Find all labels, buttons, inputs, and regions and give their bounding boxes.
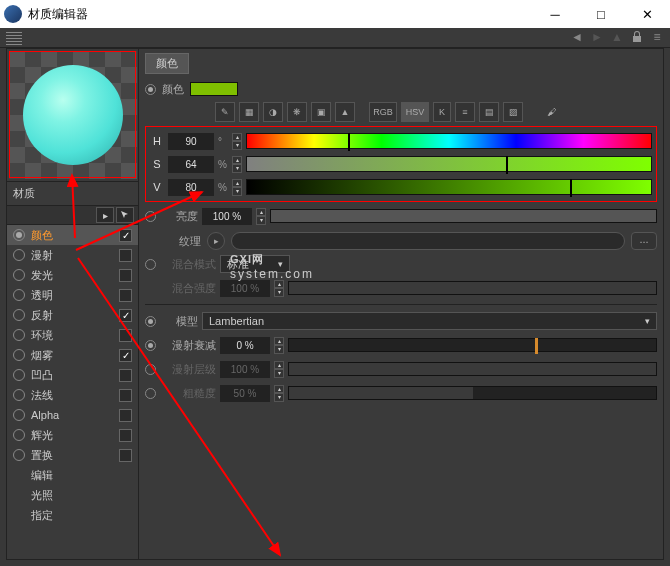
picker-button[interactable] bbox=[116, 207, 134, 223]
subchannel-label: 编辑 bbox=[13, 468, 132, 483]
channel-checkbox[interactable]: ✓ bbox=[119, 349, 132, 362]
lock-icon[interactable] bbox=[630, 30, 644, 44]
falloff-label: 漫射衰减 bbox=[160, 338, 216, 353]
brightness-spinner[interactable]: ▴▾ bbox=[256, 208, 266, 225]
brightness-input[interactable] bbox=[202, 208, 252, 225]
maximize-button[interactable]: □ bbox=[578, 0, 624, 28]
channel-row-9[interactable]: Alpha bbox=[7, 405, 138, 425]
material-preview[interactable] bbox=[9, 51, 137, 179]
sat-slider[interactable] bbox=[246, 156, 652, 172]
channel-row-1[interactable]: 漫射 bbox=[7, 245, 138, 265]
v-input[interactable] bbox=[168, 179, 214, 196]
hue-slider[interactable] bbox=[246, 133, 652, 149]
texture-arrow-button[interactable]: ▸ bbox=[207, 232, 225, 250]
subchannel-row-2[interactable]: 指定 bbox=[7, 505, 138, 525]
model-radio[interactable] bbox=[145, 316, 156, 327]
rgb-mode-button[interactable]: RGB bbox=[369, 102, 397, 122]
roughness-radio[interactable] bbox=[145, 388, 156, 399]
v-spinner[interactable]: ▴▾ bbox=[232, 179, 242, 196]
channel-row-3[interactable]: 透明 bbox=[7, 285, 138, 305]
channel-radio[interactable] bbox=[13, 229, 25, 241]
image-icon[interactable]: ▲ bbox=[335, 102, 355, 122]
channel-radio[interactable] bbox=[13, 449, 25, 461]
channel-row-0[interactable]: 颜色✓ bbox=[7, 225, 138, 245]
h-unit: ° bbox=[218, 136, 228, 147]
channel-radio[interactable] bbox=[13, 329, 25, 341]
val-slider[interactable] bbox=[246, 179, 652, 195]
channel-row-8[interactable]: 法线 bbox=[7, 385, 138, 405]
channel-radio[interactable] bbox=[13, 369, 25, 381]
channel-row-11[interactable]: 置换 bbox=[7, 445, 138, 465]
falloff-bar[interactable] bbox=[288, 338, 657, 352]
menu-icon[interactable]: ≡ bbox=[650, 30, 664, 44]
channel-radio[interactable] bbox=[13, 309, 25, 321]
channel-checkbox[interactable]: ✓ bbox=[119, 309, 132, 322]
picture-icon[interactable]: ▣ bbox=[311, 102, 331, 122]
falloff-radio[interactable] bbox=[145, 340, 156, 351]
texture-browse-button[interactable]: ... bbox=[631, 232, 657, 250]
blendmode-dropdown[interactable]: 标准▾ bbox=[220, 255, 290, 273]
channel-radio[interactable] bbox=[13, 289, 25, 301]
v-unit: % bbox=[218, 182, 228, 193]
s-spinner[interactable]: ▴▾ bbox=[232, 156, 242, 173]
channel-checkbox[interactable] bbox=[119, 429, 132, 442]
channel-radio[interactable] bbox=[13, 249, 25, 261]
model-dropdown[interactable]: Lambertian▾ bbox=[202, 312, 657, 330]
texture-field[interactable] bbox=[231, 232, 625, 250]
channel-row-5[interactable]: 环境 bbox=[7, 325, 138, 345]
prev-arrow-button[interactable]: ▸ bbox=[96, 207, 114, 223]
nav-up-icon[interactable]: ▲ bbox=[610, 30, 624, 44]
section-tab[interactable]: 颜色 bbox=[145, 53, 189, 74]
material-name[interactable]: 材质 bbox=[7, 181, 138, 205]
channel-checkbox[interactable] bbox=[119, 289, 132, 302]
nav-fwd-icon[interactable]: ► bbox=[590, 30, 604, 44]
falloff-spinner[interactable]: ▴▾ bbox=[274, 337, 284, 354]
channel-row-6[interactable]: 烟雾✓ bbox=[7, 345, 138, 365]
minimize-button[interactable]: ─ bbox=[532, 0, 578, 28]
channel-radio[interactable] bbox=[13, 349, 25, 361]
blendstrength-input bbox=[220, 280, 270, 297]
brightness-bar[interactable] bbox=[270, 209, 657, 223]
channel-checkbox[interactable] bbox=[119, 409, 132, 422]
s-label: S bbox=[150, 158, 164, 170]
channel-row-10[interactable]: 辉光 bbox=[7, 425, 138, 445]
loading-icon[interactable]: ❋ bbox=[287, 102, 307, 122]
color-enable-radio[interactable] bbox=[145, 84, 156, 95]
color-swatch[interactable] bbox=[190, 82, 238, 96]
falloff-input[interactable] bbox=[220, 337, 270, 354]
channel-radio[interactable] bbox=[13, 389, 25, 401]
h-input[interactable] bbox=[168, 133, 214, 150]
channel-checkbox[interactable] bbox=[119, 449, 132, 462]
channel-radio[interactable] bbox=[13, 409, 25, 421]
subchannel-row-1[interactable]: 光照 bbox=[7, 485, 138, 505]
mixer-icon[interactable]: ≡ bbox=[455, 102, 475, 122]
spectrum-icon[interactable]: ◑ bbox=[263, 102, 283, 122]
swatches-icon[interactable]: ▤ bbox=[479, 102, 499, 122]
fallofflevel-radio[interactable] bbox=[145, 364, 156, 375]
nav-back-icon[interactable]: ◄ bbox=[570, 30, 584, 44]
channel-radio[interactable] bbox=[13, 269, 25, 281]
h-spinner[interactable]: ▴▾ bbox=[232, 133, 242, 150]
channel-checkbox[interactable] bbox=[119, 329, 132, 342]
eyedropper-icon[interactable]: ✎ bbox=[215, 102, 235, 122]
channel-checkbox[interactable] bbox=[119, 369, 132, 382]
subchannel-row-0[interactable]: 编辑 bbox=[7, 465, 138, 485]
k-mode-button[interactable]: K bbox=[433, 102, 451, 122]
close-button[interactable]: ✕ bbox=[624, 0, 670, 28]
channel-checkbox[interactable] bbox=[119, 389, 132, 402]
blendmode-radio[interactable] bbox=[145, 259, 156, 270]
swatch-grid-icon[interactable]: ▦ bbox=[239, 102, 259, 122]
channel-row-2[interactable]: 发光 bbox=[7, 265, 138, 285]
channel-radio[interactable] bbox=[13, 429, 25, 441]
brightness-radio[interactable] bbox=[145, 211, 156, 222]
channel-row-4[interactable]: 反射✓ bbox=[7, 305, 138, 325]
subchannel-label: 光照 bbox=[13, 488, 132, 503]
s-input[interactable] bbox=[168, 156, 214, 173]
channel-checkbox[interactable] bbox=[119, 269, 132, 282]
channel-checkbox[interactable]: ✓ bbox=[119, 229, 132, 242]
hsv-mode-button[interactable]: HSV bbox=[401, 102, 429, 122]
channel-row-7[interactable]: 凹凸 bbox=[7, 365, 138, 385]
brush-icon[interactable]: 🖌 bbox=[541, 102, 561, 122]
channel-checkbox[interactable] bbox=[119, 249, 132, 262]
checker-icon[interactable]: ▨ bbox=[503, 102, 523, 122]
